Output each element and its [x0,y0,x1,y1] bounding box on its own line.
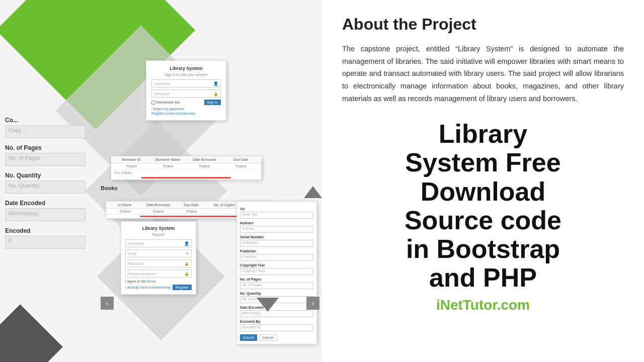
login-title: Library System [151,66,221,71]
bd-serial-label: Serial Number [240,235,313,239]
left-panel: Co... Copy... No. of Pages No. of Pages … [0,0,322,362]
remember-me-checkbox[interactable] [151,101,155,105]
borrower-table-screenshot: Borrower ID Borrower Name Date Borrowed … [111,156,262,180]
login-options-row: Remember Me Sign in [151,100,221,105]
brand-link[interactable]: iNetTutor.com [342,297,624,313]
login-password[interactable]: Password 🔒 [151,89,221,98]
bd-copyright-input[interactable]: Copyright Year [240,268,313,275]
bd-btn-row: Submit Cancel [240,334,313,341]
bd-encoded-label: Encoded By [240,320,313,323]
table-footer: of 1 entries [111,169,261,176]
already-member-link[interactable]: I already have a membership [125,286,171,289]
reg-password[interactable]: Password 🔒 [125,259,192,267]
encoded-label: Encoded [5,227,91,234]
bd-title-input[interactable]: Book Title [240,212,313,219]
terms-row: I agree to the terms [125,280,192,283]
bd-pages-label: No. of Pages [240,278,313,281]
reg-username[interactable]: Username 👤 [125,239,192,247]
reg-retype[interactable]: Retype password 🔒 [125,269,192,278]
nav-next-arrow[interactable]: › [306,297,319,310]
forgot-link[interactable]: I forgot my password [151,107,221,111]
register-button[interactable]: Register [173,285,192,290]
about-text: The capstone project, entitled “Library … [342,43,624,105]
login-screenshot: Library System Sign in to start your ses… [146,60,226,121]
red-bar [141,177,231,178]
submit-button[interactable]: Submit [240,334,257,341]
book-detail-screenshot: itle Book Title Authors Authors Serial N… [236,201,317,344]
terms-link[interactable]: terms [147,280,156,283]
red-bar-2 [140,216,243,217]
scroll-down-arrow[interactable] [257,298,279,312]
scroll-up-arrow[interactable] [304,186,322,198]
bd-serial-input[interactable]: al Number [240,240,313,247]
bd-publisher-input[interactable]: Publisher [240,254,313,261]
bd-copyright-label: Copyright Year [240,263,313,267]
copyright-input[interactable]: Copy... [5,125,86,138]
pages-label: No. of Pages [5,144,91,151]
reg-email[interactable]: Email ✉ [125,249,192,257]
remember-me-label[interactable]: Remember Me [151,101,180,105]
register-footer: I already have a membership Register [125,285,192,290]
table-header: Borrower ID Borrower Name Date Borrowed … [111,156,261,163]
diamond-dark-bot [0,304,63,362]
signin-button[interactable]: Sign in [204,100,221,105]
bd-pages-input[interactable]: No. of Pages [240,282,313,289]
right-panel: About the Project The capstone project, … [322,0,644,362]
quantity-label: No. Quantity [5,172,91,179]
login-subtitle: Sign in to start your session [151,73,221,76]
date-label: Date Encoded [5,200,91,207]
bd-authors-label: Authors [240,221,313,225]
copyright-label: Co... [5,117,91,124]
big-title: Library System Free Download Source code… [342,120,624,292]
screenshots-area: Library System Sign in to start your ses… [96,50,322,332]
date-input[interactable]: dd/mm/yyyy [5,208,86,221]
pages-input[interactable]: No. of Pages [5,153,86,166]
form-area: Co... Copy... No. of Pages No. of Pages … [0,75,91,249]
register-link[interactable]: Register a new membership [151,112,221,115]
register-system-title: Library System [125,226,192,231]
bd-authors-input[interactable]: Authors [240,226,313,233]
register-subtitle: Register [125,233,192,236]
bd-encoded-input[interactable]: Encoded By [240,324,313,331]
cancel-button[interactable]: Cancel [259,334,277,341]
about-title: About the Project [342,15,624,34]
bd-publisher-label: Publisher [240,249,313,253]
register-screenshot: Library System Register Username 👤 Email… [121,221,196,295]
table-row: Trident Trident Trident Trident [111,163,261,169]
quantity-input[interactable]: No. Quantity [5,180,86,194]
bd-title-label: itle [240,207,313,211]
books-label: Books [101,185,118,191]
login-username[interactable]: Username 👤 [151,79,221,87]
bd-quantity-label: No. Quantity [240,292,313,295]
encoded-input[interactable]: F [5,236,86,249]
nav-prev-arrow[interactable]: ‹ [101,297,114,310]
